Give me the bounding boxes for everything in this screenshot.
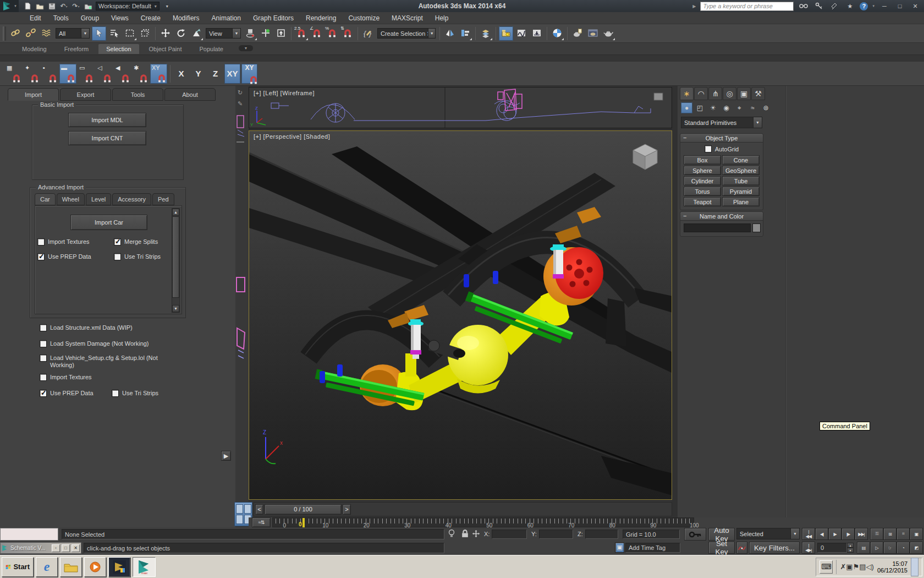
undo-icon[interactable]: ↶▾	[59, 2, 68, 10]
current-frame-field[interactable]: 0	[817, 543, 847, 553]
save-file-icon[interactable]	[47, 2, 56, 10]
curve-editor-icon[interactable]	[514, 26, 529, 41]
import-cnt-button[interactable]: Import CNT	[68, 131, 146, 145]
menu-item[interactable]: Create	[135, 13, 166, 24]
snap-midpoint-icon[interactable]: ▭	[78, 64, 95, 84]
panel-tab[interactable]: About	[164, 88, 216, 101]
maximize-window-icon[interactable]: □	[62, 544, 70, 552]
display-tab[interactable]: ▣	[737, 87, 751, 100]
select-and-link-icon[interactable]	[8, 26, 23, 41]
show-desktop-button[interactable]	[911, 558, 919, 576]
panel-tab[interactable]: Import	[8, 88, 59, 101]
snap-endpoint-icon[interactable]: ▬	[59, 64, 76, 84]
import-mdl-button[interactable]: Import MDL	[68, 113, 146, 127]
menu-item[interactable]: Customize	[343, 13, 385, 24]
new-scene-icon[interactable]	[23, 2, 32, 10]
shapes-icon[interactable]: ◰	[694, 102, 706, 113]
media-player-icon[interactable]	[84, 557, 106, 577]
subscription-key-icon[interactable]	[813, 2, 824, 10]
window-crossing-icon[interactable]	[138, 26, 152, 41]
space-warps-icon[interactable]: ≈	[747, 102, 758, 113]
keyboard-layout-icon[interactable]: ⌨	[820, 560, 833, 574]
keyboard-override-icon[interactable]	[274, 26, 288, 41]
constrain-y-button[interactable]: Y	[190, 64, 206, 84]
tray-app2-icon[interactable]: ▣	[846, 563, 853, 571]
redo-icon[interactable]: ↷▾	[72, 2, 80, 10]
schematic-view-window[interactable]: Schematic V... ▫ □ ✕	[0, 542, 81, 554]
reference-coordinate-dropdown[interactable]: View▼	[206, 28, 241, 39]
search-icon[interactable]	[798, 2, 809, 10]
viewcube[interactable]	[633, 144, 657, 170]
ribbon-tab[interactable]: Freeform	[57, 44, 97, 54]
object-type-button[interactable]: Cylinder	[684, 176, 721, 186]
3ds-max-logo-icon[interactable]: ▾	[0, 0, 19, 12]
track-bar[interactable]: ≈⇅ 0 0102030405060708090100	[249, 517, 924, 527]
y-coordinate-field[interactable]	[539, 530, 573, 539]
ribbon-tab[interactable]: Populate	[191, 44, 230, 54]
selection-region-icon[interactable]	[123, 26, 137, 41]
pen-tool-icon[interactable]: ✎	[238, 100, 243, 107]
named-selection-sets-dropdown[interactable]: Create Selection Se▼	[377, 28, 436, 39]
rotate-tool-icon[interactable]: ↻	[238, 89, 243, 96]
transform-type-in-icon[interactable]	[472, 530, 480, 539]
project-folder-icon[interactable]	[84, 2, 92, 10]
unlink-selection-icon[interactable]	[24, 26, 38, 41]
menu-item[interactable]: Help	[430, 13, 454, 24]
timeline-ruler[interactable]: 0 0102030405060708090100	[272, 517, 694, 527]
scroll-down-icon[interactable]: ▼	[172, 305, 179, 312]
object-name-input[interactable]	[684, 223, 751, 232]
key-mode-toggle-icon[interactable]: ⚿	[870, 528, 883, 540]
frame-spinner[interactable]: ▲▼	[847, 543, 854, 553]
panel-tab[interactable]: Tools	[112, 88, 163, 101]
taskbar-clock[interactable]: 15:07 06/12/2015	[877, 560, 908, 574]
viewport-label[interactable]: [+] [Perspective] [Shaded]	[254, 133, 330, 140]
rendered-frame-icon[interactable]	[586, 26, 600, 41]
advanced-scrollbar[interactable]: ▲ ▼	[172, 208, 180, 313]
snap-face-icon[interactable]: ◀	[114, 64, 131, 84]
previous-frame-button[interactable]: ◀|	[815, 528, 828, 540]
constrain-xy-button[interactable]: XY	[224, 64, 240, 84]
align-icon[interactable]	[458, 26, 472, 41]
open-file-icon[interactable]	[35, 2, 44, 10]
autogrid-checkbox[interactable]: AutoGrid	[680, 143, 763, 154]
bind-to-space-warp-icon[interactable]	[39, 26, 53, 41]
adv-use-tri-strips-checkbox[interactable]: Use Tri Strips	[112, 390, 158, 397]
z-coordinate-field[interactable]	[585, 530, 618, 539]
advanced-tab[interactable]: Wheel	[57, 193, 85, 205]
render-production-icon[interactable]	[601, 26, 615, 41]
minimize-button[interactable]: ─	[879, 2, 890, 10]
use-pivot-point-icon[interactable]	[243, 26, 257, 41]
menu-item[interactable]: Modifiers	[167, 13, 205, 24]
utilities-tab[interactable]: ⚒	[751, 87, 765, 100]
selection-lock-icon[interactable]	[461, 529, 469, 539]
key-filter-selected-dropdown[interactable]: Selected▼	[736, 528, 800, 539]
menu-item[interactable]: Edit	[24, 13, 47, 24]
menu-item[interactable]: Graph Editors	[248, 13, 299, 24]
pan-hand-icon[interactable]: ☞	[883, 542, 897, 554]
create-tab[interactable]: ∗	[680, 87, 694, 100]
default-in-out-tangents-icon[interactable]: ⊞	[883, 528, 897, 540]
menu-item[interactable]: Tools	[48, 13, 74, 24]
tray-network-icon[interactable]: ▤	[859, 563, 866, 571]
select-and-rotate-icon[interactable]	[174, 26, 188, 41]
time-slider-handle[interactable]: 0 / 100	[265, 504, 342, 515]
systems-icon[interactable]: ⊛	[760, 102, 772, 113]
snap-toggle-icon[interactable]: 2.5	[294, 26, 309, 41]
panel-expand-button[interactable]: ▶	[221, 451, 231, 461]
start-button[interactable]: Start	[2, 557, 34, 577]
lights-icon[interactable]: ☀	[707, 102, 719, 113]
isolate-selection-icon[interactable]: ⌗	[897, 528, 910, 540]
ribbon-toggle-icon[interactable]	[499, 26, 513, 41]
next-frame-button[interactable]: |▶	[842, 528, 855, 540]
select-and-move-icon[interactable]	[158, 26, 173, 41]
percent-snap-icon[interactable]: %	[325, 26, 339, 41]
load-system-damage-checkbox[interactable]: Load System Damage (Not Working)	[40, 340, 149, 347]
snap-grid-icon[interactable]: ▦	[5, 64, 22, 84]
constrain-x-button[interactable]: X	[173, 64, 189, 84]
material-editor-icon[interactable]	[550, 26, 564, 41]
object-type-button[interactable]: Tube	[722, 176, 760, 186]
advanced-tab[interactable]: Car	[35, 193, 56, 205]
previous-frame-arrow[interactable]: <	[255, 504, 263, 515]
go-to-end-button[interactable]: ▶▶|	[855, 528, 868, 540]
object-type-button[interactable]: Teapot	[684, 197, 721, 206]
